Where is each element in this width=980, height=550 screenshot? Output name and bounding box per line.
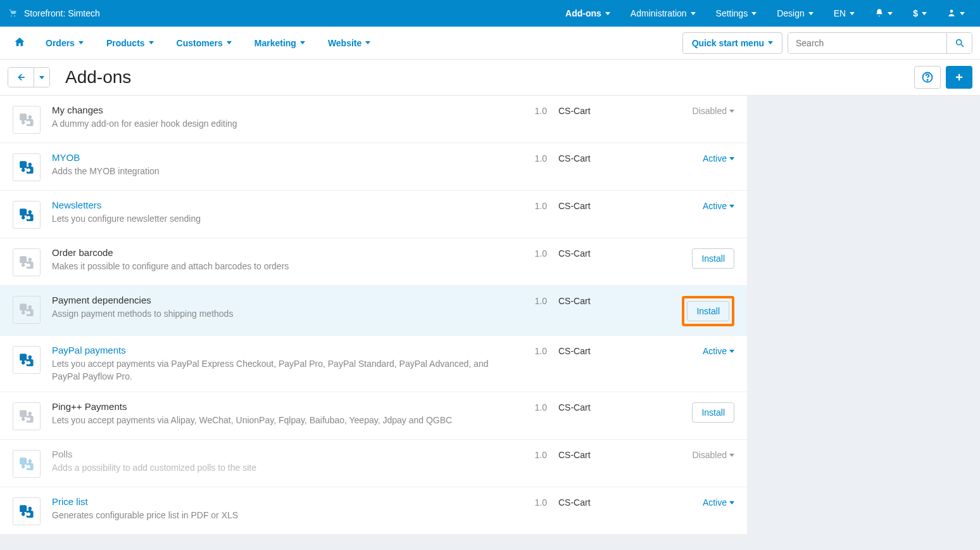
caret-down-icon [751,12,757,15]
svg-point-2 [950,10,953,13]
addon-action: Disabled [665,105,734,116]
addon-developer: CS-Cart [558,345,653,356]
addon-action: Active [665,152,734,163]
nav-marketing[interactable]: Marketing [246,33,314,53]
user-icon [947,8,956,19]
addon-version: 1.0 [509,200,547,211]
nav-products[interactable]: Products [97,33,163,53]
nav-website[interactable]: Website [319,33,379,53]
addon-name: My changes [52,105,498,115]
status-disabled-dropdown[interactable]: Disabled [693,450,734,460]
addon-action: Active [665,496,734,508]
addon-description: Lets you configure newsletter sending [52,213,498,226]
puzzle-icon [13,346,41,374]
topnav-addons[interactable]: Add-ons [558,0,618,27]
addon-name: Polls [52,449,498,459]
addon-developer: CS-Cart [558,295,653,306]
addon-name: Order barcode [52,247,498,258]
install-button[interactable]: Install [692,402,734,423]
status-active-dropdown[interactable]: Active [703,153,734,163]
addon-developer: CS-Cart [558,247,653,259]
addon-row: Order barcodeMakes it possible to config… [0,238,747,286]
caret-down-icon [79,41,84,44]
addon-action: Active [665,200,734,211]
topnav-settings[interactable]: Settings [708,0,765,27]
home-button[interactable] [8,31,32,54]
caret-down-icon [227,41,232,44]
addon-name[interactable]: PayPal payments [52,345,498,355]
install-button-highlight: Install [682,296,734,326]
search-container [788,32,972,54]
caret-down-icon [39,76,44,79]
addon-info: My changesA dummy add-on for easier hook… [52,105,498,131]
addon-row: My changesA dummy add-on for easier hook… [0,96,747,143]
addon-version: 1.0 [509,152,547,163]
addon-action: Install [665,401,734,423]
page-header: Add-ons + [0,60,980,96]
addon-version: 1.0 [509,295,547,306]
search-input[interactable] [788,33,946,53]
puzzle-icon [13,248,41,276]
addon-name[interactable]: Newsletters [52,200,498,210]
svg-point-0 [11,15,12,16]
mainnav: Orders Products Customers Marketing Webs… [0,27,980,60]
addon-action: Disabled [665,449,734,460]
addon-version: 1.0 [509,496,547,508]
status-active-dropdown[interactable]: Active [703,201,734,211]
status-active-dropdown[interactable]: Active [703,497,734,508]
addon-developer: CS-Cart [558,152,653,163]
topnav-user[interactable] [939,0,972,27]
nav-orders[interactable]: Orders [37,33,92,53]
caret-down-icon [149,41,154,44]
puzzle-icon [13,497,41,525]
status-active-dropdown[interactable]: Active [703,346,734,356]
puzzle-icon [13,106,41,134]
svg-point-6 [927,80,927,80]
addon-developer: CS-Cart [558,105,653,116]
addon-description: Adds a possibility to add customized pol… [52,462,498,475]
status-disabled-dropdown[interactable]: Disabled [693,106,734,116]
add-button[interactable]: + [946,66,972,89]
addon-action: Install [665,247,734,269]
page-title: Add-ons [65,67,131,87]
storefront-label[interactable]: Storefront: Simtech [24,8,100,18]
install-button[interactable]: Install [687,301,729,321]
addon-row: NewslettersLets you configure newsletter… [0,191,747,238]
addon-description: Lets you accept payments via Alipay, WeC… [52,414,498,427]
help-button[interactable] [914,66,941,89]
topnav-notifications[interactable] [867,0,900,27]
caret-down-icon [922,12,927,15]
topnav-administration[interactable]: Administration [623,0,703,27]
addon-info: NewslettersLets you configure newsletter… [52,200,498,226]
search-button[interactable] [946,33,972,53]
back-dropdown[interactable] [34,68,49,87]
caret-down-icon [888,12,893,15]
topbar: Storefront: Simtech Add-ons Administrati… [0,0,980,27]
addon-description: Generates configurable price list in PDF… [52,509,498,522]
topnav-currency[interactable]: $ [905,0,934,27]
install-button[interactable]: Install [692,248,734,269]
nav-customers[interactable]: Customers [168,33,241,53]
addons-list: My changesA dummy add-on for easier hook… [0,96,747,535]
puzzle-icon [13,450,41,478]
addon-info: MYOBAdds the MYOB integration [52,152,498,178]
puzzle-icon [13,201,41,229]
topnav-design[interactable]: Design [769,0,821,27]
addon-name[interactable]: MYOB [52,152,498,163]
quickstart-menu-button[interactable]: Quick start menu [682,32,782,54]
plus-icon: + [955,70,963,85]
back-button[interactable] [8,68,34,87]
addon-version: 1.0 [509,345,547,356]
addon-developer: CS-Cart [558,401,653,412]
addon-action: Install [665,295,734,326]
addon-developer: CS-Cart [558,496,653,508]
addon-name[interactable]: Price list [52,496,498,507]
cart-icon [8,8,18,20]
svg-point-3 [956,39,961,44]
puzzle-icon [13,296,41,324]
caret-down-icon [960,12,965,15]
topnav-language[interactable]: EN [826,0,862,27]
addon-row: PayPal paymentsLets you accept payments … [0,336,747,392]
addon-row: Price listGenerates configurable price l… [0,487,747,535]
addon-name: Payment dependencies [52,295,498,305]
